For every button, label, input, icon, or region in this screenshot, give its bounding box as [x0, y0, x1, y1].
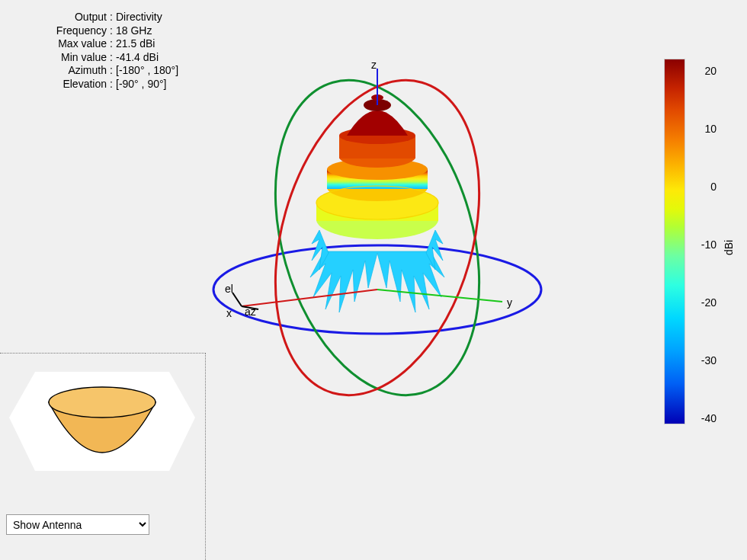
radiation-lobe [310, 94, 444, 312]
antenna-display-select[interactable]: Show Antenna [6, 514, 149, 535]
pattern-metadata: Output:Directivity Frequency:18 GHz Max … [8, 11, 198, 91]
axis-x [242, 290, 377, 306]
axis-y [377, 290, 502, 302]
meta-max-value: 21.5 dBi [116, 37, 198, 51]
axis-label-el: el [225, 283, 233, 295]
meta-elevation-label: Elevation [8, 78, 107, 91]
meta-azimuth-value: [-180° , 180°] [116, 64, 198, 78]
meta-elevation-value: [-90° , 90°] [116, 78, 198, 91]
colorbar-tick: 0 [710, 181, 717, 193]
colorbar-unit: dBi [723, 240, 735, 255]
colorbar-tick: -40 [701, 412, 717, 424]
radiation-pattern-3d[interactable]: z x y az el [194, 61, 560, 427]
meta-min-label: Min value [8, 51, 107, 65]
axis-label-az: az [245, 306, 256, 318]
colorbar-ticks: 20 10 0 -10 -20 -30 -40 [686, 59, 717, 424]
svg-line-12 [232, 293, 242, 306]
meta-output-label: Output [8, 11, 107, 24]
colorbar-tick: -10 [701, 238, 717, 251]
svg-point-15 [49, 387, 155, 418]
colorbar-tick: -30 [701, 354, 717, 366]
meta-azimuth-label: Azimuth [8, 64, 107, 78]
meta-frequency-label: Frequency [8, 24, 107, 38]
colorbar-tick: 20 [704, 65, 717, 77]
colorbar [665, 59, 684, 424]
axis-label-z: z [371, 59, 377, 71]
meta-max-label: Max value [8, 37, 107, 51]
meta-frequency-value: 18 GHz [116, 24, 198, 38]
colorbar-tick: 10 [704, 123, 717, 135]
meta-min-value: -41.4 dBi [116, 51, 198, 65]
antenna-geometry-icon [8, 358, 197, 506]
axis-label-x: x [226, 307, 232, 319]
axis-label-y: y [507, 296, 512, 309]
colorbar-tick: -20 [701, 296, 717, 309]
meta-output-value: Directivity [116, 11, 198, 24]
